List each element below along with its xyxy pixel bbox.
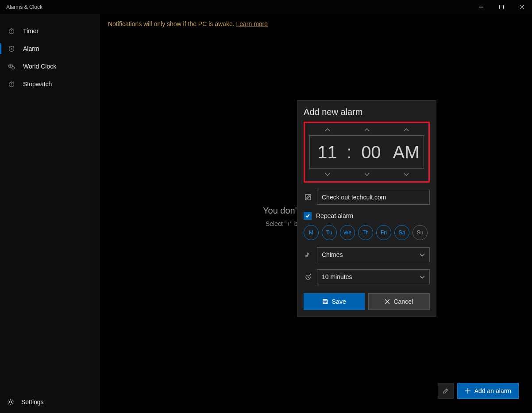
app-title: Alarms & Clock <box>0 4 42 10</box>
snooze-value: 10 minutes <box>322 273 352 280</box>
save-label: Save <box>332 298 346 305</box>
hour-up-button[interactable] <box>308 126 346 134</box>
snooze-icon <box>304 273 312 280</box>
sound-value: Chimes <box>322 251 343 258</box>
repeat-checkbox[interactable] <box>304 212 312 220</box>
edit-name-icon <box>304 194 312 201</box>
time-picker-highlight: 11 : 00 AM <box>304 122 430 183</box>
bottom-toolbar: Add an alarm <box>438 383 519 399</box>
main-area: Notifications will only show if the PC i… <box>100 14 532 413</box>
day-saturday[interactable]: Sa <box>394 225 409 240</box>
svg-point-9 <box>10 401 12 403</box>
gear-icon <box>7 398 14 405</box>
sidebar-item-world-clock[interactable]: World Clock <box>0 57 100 75</box>
day-picker: M Tu We Th Fri Sa Su <box>304 225 430 240</box>
hour-down-button[interactable] <box>308 170 346 179</box>
maximize-button[interactable] <box>491 0 512 14</box>
notification-text: Notifications will only show if the PC i… <box>108 20 236 27</box>
close-button[interactable] <box>512 0 532 14</box>
alarm-name-input[interactable] <box>317 190 430 205</box>
settings-label: Settings <box>21 398 44 405</box>
sidebar-item-stopwatch[interactable]: Stopwatch <box>0 75 100 93</box>
svg-rect-10 <box>305 195 311 200</box>
alarm-icon <box>7 44 16 53</box>
ampm-down-button[interactable] <box>387 170 425 179</box>
sidebar-item-alarm[interactable]: Alarm <box>0 40 100 57</box>
sidebar-item-label: World Clock <box>23 63 56 70</box>
minimize-button[interactable] <box>471 0 491 14</box>
day-monday[interactable]: M <box>304 225 319 240</box>
chevron-down-icon <box>420 253 425 256</box>
ampm-up-button[interactable] <box>387 126 425 134</box>
add-alarm-button[interactable]: Add an alarm <box>457 383 519 399</box>
chevron-down-icon <box>420 275 425 279</box>
app-window: Alarms & Clock Timer <box>0 0 532 413</box>
minute-value[interactable]: 00 <box>354 142 389 162</box>
sidebar: Timer Alarm World Clock <box>0 14 100 413</box>
time-colon: : <box>345 142 354 162</box>
sidebar-item-label: Stopwatch <box>23 80 52 88</box>
hour-value[interactable]: 11 <box>310 142 345 162</box>
day-friday[interactable]: Fri <box>376 225 391 240</box>
plus-icon <box>465 388 471 394</box>
sidebar-item-label: Alarm <box>23 45 39 52</box>
app-body: Timer Alarm World Clock <box>0 14 532 413</box>
snooze-select[interactable]: 10 minutes <box>317 269 430 284</box>
minute-down-button[interactable] <box>348 170 386 179</box>
minute-up-button[interactable] <box>348 126 386 134</box>
dialog-title: Add new alarm <box>304 107 430 117</box>
svg-point-7 <box>12 67 15 69</box>
day-wednesday[interactable]: We <box>340 225 355 240</box>
day-tuesday[interactable]: Tu <box>322 225 337 240</box>
ampm-value[interactable]: AM <box>389 142 424 162</box>
timer-icon <box>7 27 16 35</box>
close-icon <box>385 299 390 304</box>
titlebar: Alarms & Clock <box>0 0 532 14</box>
svg-point-11 <box>306 255 308 257</box>
sidebar-item-label: Timer <box>23 27 39 34</box>
sidebar-item-timer[interactable]: Timer <box>0 22 100 40</box>
save-icon <box>322 298 328 305</box>
edit-alarms-button[interactable] <box>438 383 454 399</box>
stopwatch-icon <box>7 80 16 88</box>
add-alarm-dialog: Add new alarm 11 : 00 AM <box>297 100 436 317</box>
day-sunday[interactable]: Su <box>412 225 428 240</box>
add-alarm-label: Add an alarm <box>474 387 511 394</box>
save-button[interactable]: Save <box>304 293 365 310</box>
notification-bar: Notifications will only show if the PC i… <box>100 14 532 34</box>
svg-rect-13 <box>324 299 326 301</box>
svg-rect-14 <box>324 302 327 304</box>
globe-clock-icon <box>7 62 16 71</box>
sound-icon <box>304 251 312 258</box>
cancel-button[interactable]: Cancel <box>368 293 430 310</box>
sidebar-settings[interactable]: Settings <box>0 391 100 413</box>
cancel-label: Cancel <box>393 298 413 305</box>
sound-select[interactable]: Chimes <box>317 247 430 262</box>
nav: Timer Alarm World Clock <box>0 14 100 391</box>
day-thursday[interactable]: Th <box>358 225 373 240</box>
svg-rect-1 <box>500 5 504 9</box>
learn-more-link[interactable]: Learn more <box>236 20 268 27</box>
time-display[interactable]: 11 : 00 AM <box>309 135 424 169</box>
repeat-label: Repeat alarm <box>316 212 353 219</box>
